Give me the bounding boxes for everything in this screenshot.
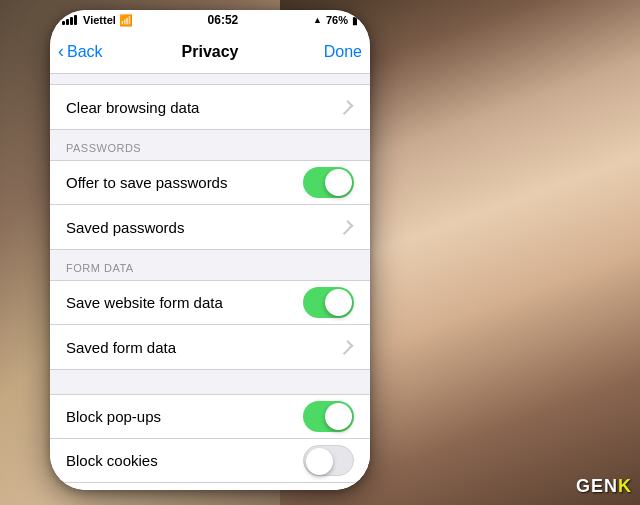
form-header: FORM DATA — [50, 250, 370, 280]
time-label: 06:52 — [208, 13, 239, 27]
content-area: Clear browsing data PASSWORDS Offer to s… — [50, 74, 370, 490]
location-icon: ▲ — [313, 15, 322, 25]
list-item-share-history[interactable]: Share your browsing history — [50, 483, 370, 490]
list-item-save-form[interactable]: Save website form data — [50, 281, 370, 325]
saved-form-label: Saved form data — [66, 339, 176, 356]
saved-passwords-right — [342, 221, 354, 234]
phone-screen: Viettel 📶 06:52 ▲ 76% ▮ ‹ Back Privacy D… — [50, 10, 370, 490]
battery-label: 76% — [326, 14, 348, 26]
passwords-header: PASSWORDS — [50, 130, 370, 160]
status-right: ▲ 76% ▮ — [313, 14, 358, 26]
form-items: Save website form data Saved form data — [50, 280, 370, 370]
toggle-knob-3 — [325, 403, 352, 430]
block-cookies-toggle[interactable] — [303, 445, 354, 476]
list-item-block-popups[interactable]: Block pop-ups — [50, 395, 370, 439]
signal-icon — [62, 15, 77, 25]
spacer-misc — [50, 370, 370, 394]
spacer-top — [50, 74, 370, 84]
toggle-knob-2 — [325, 289, 352, 316]
form-group: FORM DATA Save website form data Saved f… — [50, 250, 370, 370]
passwords-group: PASSWORDS Offer to save passwords Saved … — [50, 130, 370, 250]
block-popups-toggle[interactable] — [303, 401, 354, 432]
status-bar: Viettel 📶 06:52 ▲ 76% ▮ — [50, 10, 370, 30]
block-popups-label: Block pop-ups — [66, 408, 161, 425]
wifi-icon: 📶 — [119, 14, 133, 27]
back-button[interactable]: ‹ Back — [58, 41, 103, 62]
done-button[interactable]: Done — [324, 43, 362, 61]
genk-k: K — [618, 476, 632, 496]
group-top: Clear browsing data — [50, 84, 370, 130]
genk-logo: GENK — [576, 476, 632, 497]
clear-browsing-label: Clear browsing data — [66, 99, 199, 116]
nav-title: Privacy — [182, 43, 239, 61]
chevron-icon-2 — [339, 220, 354, 235]
chevron-icon — [339, 100, 354, 115]
save-form-label: Save website form data — [66, 294, 223, 311]
back-chevron-icon: ‹ — [58, 41, 64, 62]
list-item-saved-form[interactable]: Saved form data — [50, 325, 370, 369]
save-form-toggle[interactable] — [303, 287, 354, 318]
offer-save-label: Offer to save passwords — [66, 174, 227, 191]
offer-save-toggle[interactable] — [303, 167, 354, 198]
toggle-knob — [325, 169, 352, 196]
list-item-clear-browsing[interactable]: Clear browsing data — [50, 85, 370, 129]
chevron-icon-3 — [339, 340, 354, 355]
carrier-label: Viettel — [83, 14, 116, 26]
back-label: Back — [67, 43, 103, 61]
toggle-knob-4 — [306, 448, 333, 475]
list-item-saved-passwords[interactable]: Saved passwords — [50, 205, 370, 249]
list-item-offer-save[interactable]: Offer to save passwords — [50, 161, 370, 205]
nav-bar: ‹ Back Privacy Done — [50, 30, 370, 74]
saved-passwords-label: Saved passwords — [66, 219, 184, 236]
passwords-items: Offer to save passwords Saved passwords — [50, 160, 370, 250]
status-left: Viettel 📶 — [62, 14, 133, 27]
misc-group: Block pop-ups Block cookies Share your b… — [50, 394, 370, 490]
saved-form-right — [342, 341, 354, 354]
block-cookies-label: Block cookies — [66, 452, 158, 469]
clear-browsing-right — [342, 101, 354, 114]
phone-frame: Viettel 📶 06:52 ▲ 76% ▮ ‹ Back Privacy D… — [50, 10, 370, 490]
list-item-block-cookies[interactable]: Block cookies — [50, 439, 370, 483]
genk-gen: GEN — [576, 476, 618, 496]
